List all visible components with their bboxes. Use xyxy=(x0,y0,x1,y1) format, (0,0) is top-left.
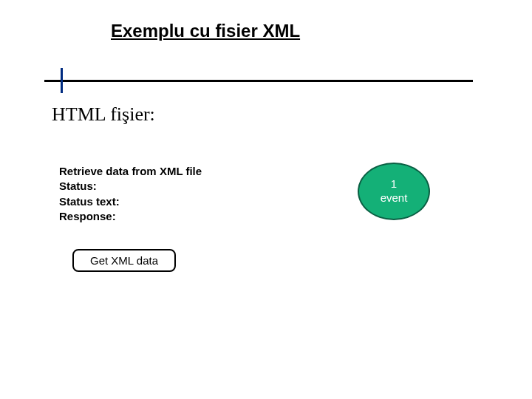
event-count-badge: 1 event xyxy=(358,163,430,220)
horizontal-rule xyxy=(44,80,473,82)
vertical-accent xyxy=(61,68,63,93)
badge-label: event xyxy=(381,191,408,205)
button-container: Get XML data xyxy=(72,249,176,272)
info-line-response: Response: xyxy=(59,209,202,224)
info-line-status-text: Status text: xyxy=(59,194,202,209)
badge-count: 1 xyxy=(391,177,397,191)
info-line-status: Status: xyxy=(59,179,202,194)
info-line-retrieve: Retrieve data from XML file xyxy=(59,164,202,179)
info-block: Retrieve data from XML file Status: Stat… xyxy=(59,164,202,224)
slide-title: Exemplu cu fisier XML xyxy=(111,21,300,41)
section-heading: HTML fişier: xyxy=(52,103,155,126)
get-xml-data-button[interactable]: Get XML data xyxy=(72,249,176,272)
